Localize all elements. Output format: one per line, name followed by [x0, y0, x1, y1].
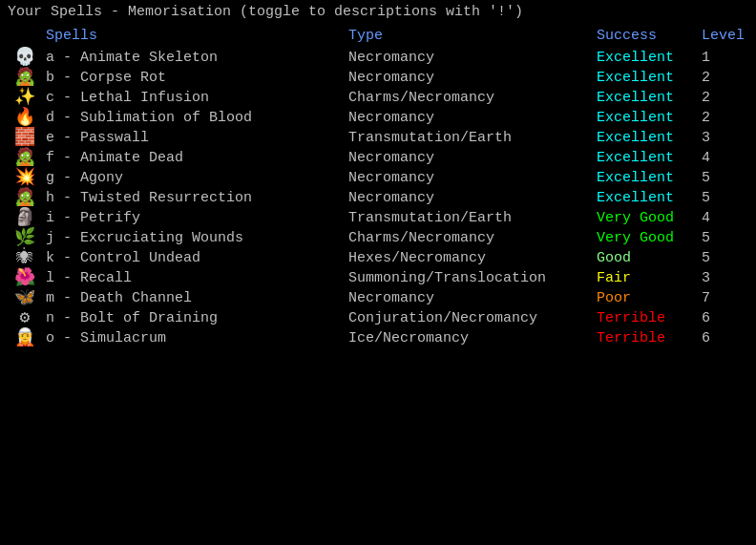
spell-success: Excellent [593, 88, 698, 108]
spell-success: Excellent [593, 188, 698, 208]
spell-icon: 🗿 [8, 208, 42, 228]
spell-type: Charms/Necromancy [345, 88, 593, 108]
col-success: Success [593, 26, 698, 48]
spell-icon: 💀 [8, 48, 42, 68]
spell-type: Necromancy [345, 288, 593, 308]
table-row: 🗿i - PetrifyTransmutation/EarthVery Good… [8, 208, 748, 228]
spell-level: 3 [698, 268, 748, 288]
spell-name: n - Bolt of Draining [42, 308, 345, 328]
spell-icon: 🕷 [8, 248, 42, 268]
spell-type: Transmutation/Earth [345, 208, 593, 228]
spell-level: 5 [698, 248, 748, 268]
spell-type: Transmutation/Earth [345, 128, 593, 148]
spell-success: Excellent [593, 128, 698, 148]
spell-icon: 🧱 [8, 128, 42, 148]
spell-success: Excellent [593, 108, 698, 128]
spell-name: a - Animate Skeleton [42, 48, 345, 68]
spell-level: 5 [698, 188, 748, 208]
page-header: Your Spells - Memorisation (toggle to de… [8, 4, 748, 20]
spell-name: c - Lethal Infusion [42, 88, 345, 108]
table-row: 🧟h - Twisted ResurrectionNecromancyExcel… [8, 188, 748, 208]
spell-type: Hexes/Necromancy [345, 248, 593, 268]
spell-success: Very Good [593, 228, 698, 248]
table-row: 🔥d - Sublimation of BloodNecromancyExcel… [8, 108, 748, 128]
spell-name: g - Agony [42, 168, 345, 188]
spell-icon: 🌿 [8, 228, 42, 248]
spell-name: f - Animate Dead [42, 148, 345, 168]
col-type: Type [345, 26, 593, 48]
spell-icon: 🧟 [8, 188, 42, 208]
spell-level: 7 [698, 288, 748, 308]
spell-level: 2 [698, 68, 748, 88]
spell-name: b - Corpse Rot [42, 68, 345, 88]
spell-name: l - Recall [42, 268, 345, 288]
table-row: 🧝o - SimulacrumIce/NecromancyTerrible6 [8, 328, 748, 348]
table-row: 🕷k - Control UndeadHexes/NecromancyGood5 [8, 248, 748, 268]
spell-icon: 🦋 [8, 288, 42, 308]
spell-success: Excellent [593, 148, 698, 168]
spell-type: Necromancy [345, 108, 593, 128]
spell-level: 2 [698, 108, 748, 128]
spell-type: Conjuration/Necromancy [345, 308, 593, 328]
spell-type: Ice/Necromancy [345, 328, 593, 348]
table-row: ✨c - Lethal InfusionCharms/NecromancyExc… [8, 88, 748, 108]
spell-success: Very Good [593, 208, 698, 228]
spell-icon: 💥 [8, 168, 42, 188]
spell-icon: 🌺 [8, 268, 42, 288]
spell-type: Summoning/Translocation [345, 268, 593, 288]
spell-icon: 🧝 [8, 328, 42, 348]
spell-success: Good [593, 248, 698, 268]
spell-type: Charms/Necromancy [345, 228, 593, 248]
spell-name: m - Death Channel [42, 288, 345, 308]
table-row: 🌺l - RecallSummoning/TranslocationFair3 [8, 268, 748, 288]
spells-table: Spells Type Success Level 💀a - Animate S… [8, 26, 748, 348]
spell-success: Terrible [593, 308, 698, 328]
spell-name: h - Twisted Resurrection [42, 188, 345, 208]
table-row: 🧱e - PasswallTransmutation/EarthExcellen… [8, 128, 748, 148]
spell-level: 5 [698, 168, 748, 188]
spell-name: e - Passwall [42, 128, 345, 148]
table-row: ⚙n - Bolt of DrainingConjuration/Necroma… [8, 308, 748, 328]
spell-type: Necromancy [345, 148, 593, 168]
spell-name: j - Excruciating Wounds [42, 228, 345, 248]
spell-success: Poor [593, 288, 698, 308]
col-spells: Spells [42, 26, 345, 48]
spell-success: Excellent [593, 68, 698, 88]
spell-type: Necromancy [345, 188, 593, 208]
spell-name: k - Control Undead [42, 248, 345, 268]
table-row: 🌿j - Excruciating WoundsCharms/Necromanc… [8, 228, 748, 248]
spell-success: Fair [593, 268, 698, 288]
spell-level: 5 [698, 228, 748, 248]
table-row: 🧟b - Corpse RotNecromancyExcellent2 [8, 68, 748, 88]
spell-type: Necromancy [345, 48, 593, 68]
spell-type: Necromancy [345, 68, 593, 88]
spell-icon: 🧟 [8, 68, 42, 88]
spell-success: Excellent [593, 168, 698, 188]
spell-level: 4 [698, 208, 748, 228]
spell-type: Necromancy [345, 168, 593, 188]
spell-icon: 🧟 [8, 148, 42, 168]
col-level: Level [698, 26, 748, 48]
spell-level: 4 [698, 148, 748, 168]
spell-icon: ✨ [8, 88, 42, 108]
spell-success: Excellent [593, 48, 698, 68]
table-row: 🦋m - Death ChannelNecromancyPoor7 [8, 288, 748, 308]
spell-success: Terrible [593, 328, 698, 348]
spell-icon: ⚙ [8, 308, 42, 328]
table-row: 💥g - AgonyNecromancyExcellent5 [8, 168, 748, 188]
spell-name: i - Petrify [42, 208, 345, 228]
spell-icon: 🔥 [8, 108, 42, 128]
table-row: 💀a - Animate SkeletonNecromancyExcellent… [8, 48, 748, 68]
spell-level: 2 [698, 88, 748, 108]
spell-name: d - Sublimation of Blood [42, 108, 345, 128]
spell-level: 3 [698, 128, 748, 148]
table-row: 🧟f - Animate DeadNecromancyExcellent4 [8, 148, 748, 168]
col-icon [8, 26, 42, 48]
spell-name: o - Simulacrum [42, 328, 345, 348]
spell-level: 1 [698, 48, 748, 68]
spell-level: 6 [698, 308, 748, 328]
spell-level: 6 [698, 328, 748, 348]
